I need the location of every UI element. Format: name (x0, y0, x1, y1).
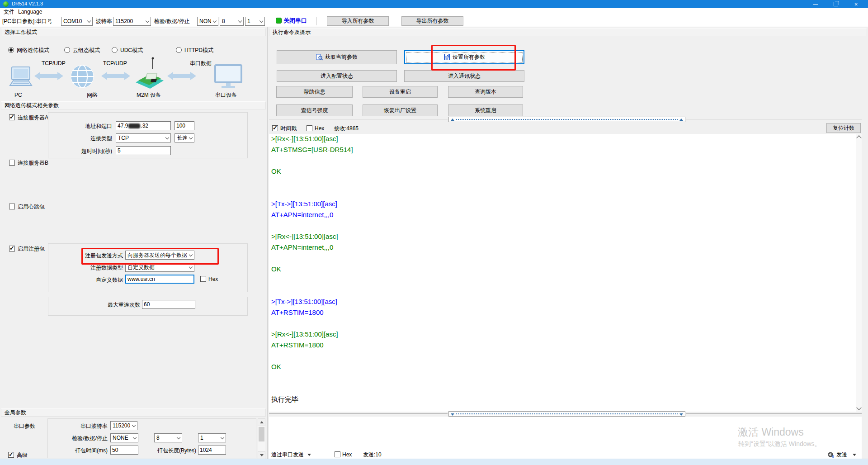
command-panel-header: 执行命令及提示 (269, 28, 867, 36)
conn-type-select[interactable]: TCP (116, 133, 171, 142)
export-params-button[interactable]: 导出所有参数 (401, 16, 463, 26)
radio-httpd-mode[interactable] (176, 47, 182, 53)
globe-icon (71, 64, 94, 89)
log-scrollbar-down[interactable] (856, 404, 862, 411)
send-hex-checkbox[interactable] (335, 451, 340, 457)
timestamp-checkbox[interactable] (272, 125, 278, 131)
reconnect-input[interactable]: 60 (142, 300, 195, 309)
chevron-down-icon (219, 434, 226, 442)
regpack-hex-label[interactable]: Hex (208, 275, 218, 283)
log-scrollbar[interactable] (856, 134, 862, 412)
send-button[interactable]: 发送 (827, 450, 856, 459)
radio-cloud-mode-label[interactable]: 云组态模式 (73, 47, 100, 54)
timestamp-label[interactable]: 时间戳 (280, 125, 297, 132)
chevron-up-icon (856, 135, 861, 140)
diagram-link1-label: TCP/UDP (42, 60, 66, 67)
system-reboot-button[interactable]: 系统重启 (448, 104, 523, 116)
pack-len-input[interactable]: 1024 (198, 446, 226, 455)
parity-select[interactable]: NONE (197, 17, 218, 26)
radio-transparent-mode[interactable] (8, 47, 14, 53)
import-params-button[interactable]: 导入所有参数 (327, 16, 389, 26)
chevron-down-icon (144, 17, 151, 25)
regpack-label[interactable]: 启用注册包 (18, 245, 45, 252)
activate-watermark-title: 激活 Windows (738, 425, 804, 439)
arrow-pc-net-icon (34, 71, 63, 81)
log-line: OK (271, 166, 281, 177)
baud-select[interactable]: 115200 (113, 17, 151, 26)
get-params-button[interactable]: 获取当前参数 (277, 50, 397, 64)
log-line: >[Rx<-][13:51:00][asc] (271, 231, 338, 242)
server-a-label[interactable]: 连接服务器A (18, 114, 48, 121)
log-hex-checkbox[interactable] (307, 125, 312, 131)
send-via-button[interactable]: 通过串口发送 (271, 451, 311, 459)
heartbeat-checkbox[interactable] (9, 204, 15, 209)
global-databits-select[interactable]: 8 (154, 433, 182, 442)
advanced-checkbox[interactable] (8, 452, 14, 458)
conn-mode-select[interactable]: 长连接 (175, 133, 194, 142)
radio-cloud-mode[interactable] (64, 47, 70, 53)
log-line: OK (271, 361, 281, 372)
port-input[interactable]: 100 (175, 121, 194, 130)
diagram-node-pc-label: PC (14, 91, 22, 99)
menu-item-file[interactable]: 文件 (2, 9, 16, 15)
bottom-strip (0, 459, 868, 465)
chevron-down-icon (131, 434, 138, 442)
global-scrollbar-thumb[interactable] (259, 427, 264, 441)
timeout-input[interactable]: 5 (116, 146, 171, 155)
reg-send-mode-select[interactable]: 向服务器发送的每个数据包 (125, 251, 194, 260)
server-b-label[interactable]: 连接服务器B (18, 159, 48, 166)
help-button[interactable]: 帮助信息 (276, 86, 353, 98)
log-hex-label[interactable]: Hex (315, 125, 324, 132)
signal-strength-button[interactable]: 查信号强度 (276, 104, 353, 116)
maximize-button[interactable] (826, 0, 846, 8)
device-reboot-button[interactable]: 设备重启 (363, 86, 438, 98)
advanced-label[interactable]: 高级 (17, 451, 28, 459)
splitter-line (686, 413, 862, 414)
global-stopbits-select[interactable]: 1 (198, 433, 226, 442)
heartbeat-label[interactable]: 启用心跳包 (18, 203, 45, 210)
custom-data-input[interactable]: www.usr.cn (125, 275, 194, 284)
pack-time-input[interactable]: 50 (110, 446, 138, 455)
regpack-checkbox[interactable] (9, 246, 15, 251)
title-bar[interactable]: DR514 V2.1.3 × (0, 0, 868, 8)
stopbits-select[interactable]: 1 (245, 17, 265, 26)
log-scrollbar-up[interactable] (856, 135, 862, 141)
chevron-down-icon (258, 17, 264, 25)
reset-counter-button[interactable]: 复位计数 (826, 123, 861, 133)
enter-comm-button[interactable]: 进入通讯状态 (404, 70, 524, 82)
set-params-button[interactable]: 设置所有参数 (404, 50, 524, 64)
server-a-checkbox[interactable] (9, 114, 15, 120)
triangle-down-icon (260, 454, 264, 456)
regpack-hex-checkbox[interactable] (200, 276, 206, 282)
log-line: 执行完毕 (271, 394, 298, 405)
reg-data-type-select[interactable]: 自定义数据 (125, 263, 194, 272)
enter-config-button[interactable]: 进入配置状态 (277, 70, 397, 82)
log-bottom-splitter[interactable] (448, 411, 685, 417)
global-baud-select[interactable]: 115200 (110, 421, 137, 430)
com-port-select[interactable]: COM10 (61, 17, 93, 26)
global-scrollbar-down[interactable] (258, 451, 265, 459)
query-version-button[interactable]: 查询版本 (448, 86, 523, 98)
radio-httpd-mode-label[interactable]: HTTPD模式 (184, 47, 213, 54)
app-icon (3, 1, 9, 7)
global-scrollbar-up[interactable] (258, 418, 265, 426)
databits-select[interactable]: 8 (220, 17, 244, 26)
timeout-label: 超时时间(秒) (59, 147, 112, 155)
factory-reset-button[interactable]: 恢复出厂设置 (363, 104, 438, 116)
server-b-checkbox[interactable] (9, 160, 15, 166)
chevron-down-icon (130, 422, 137, 430)
radio-udc-mode[interactable] (112, 47, 118, 53)
radio-transparent-mode-label[interactable]: 网络透传模式 (17, 47, 49, 54)
global-parity-select[interactable]: NONE (110, 433, 138, 442)
conn-type-label: 连接类型 (59, 135, 112, 142)
radio-udc-mode-label[interactable]: UDC模式 (120, 47, 143, 54)
address-input[interactable]: 47.9.32 (116, 121, 171, 130)
menu-item-language[interactable]: Language (16, 9, 44, 15)
log-area[interactable]: >[Rx<-][13:51:00][asc] AT+STMSG=[USR-DR5… (269, 134, 856, 412)
close-button[interactable]: × (846, 0, 866, 8)
restore-icon (834, 2, 838, 6)
send-hex-label[interactable]: Hex (342, 451, 352, 458)
log-top-splitter[interactable] (448, 117, 685, 122)
minimize-button[interactable] (805, 0, 826, 8)
close-port-button[interactable]: 关闭串口 (283, 17, 307, 24)
